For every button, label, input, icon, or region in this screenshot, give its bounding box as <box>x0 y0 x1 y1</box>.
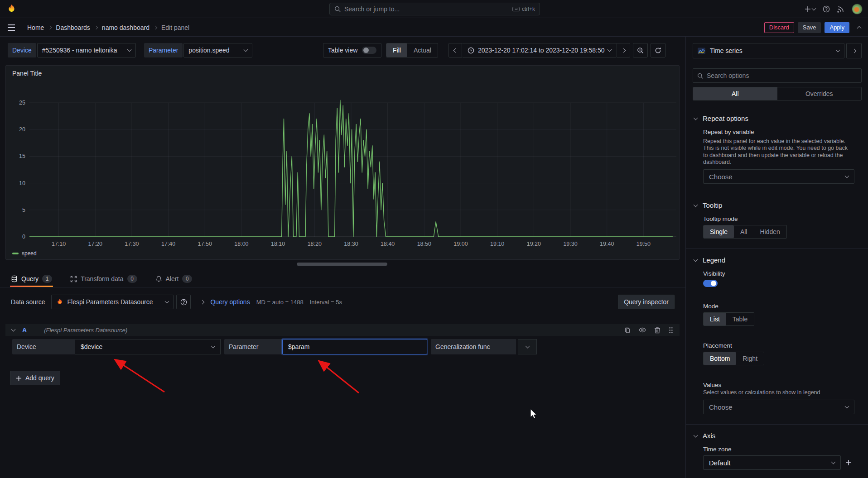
query-row-header[interactable]: A (Flespi Parameters Datasource) <box>5 324 680 336</box>
repeat-description: Repeat this panel for each value in the … <box>703 138 848 166</box>
user-avatar[interactable] <box>852 4 863 14</box>
actual-option[interactable]: Actual <box>407 43 438 57</box>
svg-text:19:20: 19:20 <box>527 241 541 247</box>
device-variable-select[interactable]: #5250936 - namo teltonika <box>37 43 136 57</box>
repeat-variable-select[interactable]: Choose <box>703 169 854 184</box>
svg-text:18:50: 18:50 <box>417 241 431 247</box>
grafana-edit-panel: Search or jump to... ctrl+k <box>0 0 868 478</box>
save-button[interactable]: Save <box>798 22 821 33</box>
apply-button[interactable]: Apply <box>825 22 849 33</box>
parameter-field-select[interactable]: $param <box>282 339 427 354</box>
tooltip-mode-all[interactable]: All <box>734 225 754 238</box>
discard-button[interactable]: Discard <box>764 22 794 33</box>
fill-option[interactable]: Fill <box>386 43 407 57</box>
legend-placement-group: Bottom Right <box>703 352 764 365</box>
legend-visibility-toggle[interactable] <box>703 280 718 287</box>
repeat-by-variable-label: Repeat by variable <box>703 129 859 135</box>
disable-query-eye-icon[interactable] <box>639 327 646 333</box>
search-icon <box>334 6 341 12</box>
generalization-func-select[interactable] <box>518 339 537 354</box>
collapse-query-icon[interactable] <box>11 327 16 332</box>
tab-alert[interactable]: Alert 0 <box>154 271 193 287</box>
expand-viz-options-button[interactable] <box>846 43 862 58</box>
delete-query-trash-icon[interactable] <box>654 327 661 334</box>
section-tooltip-header[interactable]: Tooltip <box>692 200 861 210</box>
svg-text:17:40: 17:40 <box>161 241 175 247</box>
panel-title: Panel Title <box>12 70 42 77</box>
time-shift-back-button[interactable] <box>448 43 462 57</box>
section-axis-header[interactable]: Axis <box>692 430 861 440</box>
variable-parameter: Parameter position.speed <box>144 43 252 57</box>
annotation-arrow-device <box>116 360 164 392</box>
chevron-down-icon <box>127 48 131 52</box>
grafana-logo-icon[interactable] <box>6 4 17 14</box>
parameter-variable-label: Parameter <box>144 43 183 57</box>
timezone-select[interactable]: Default <box>703 455 841 470</box>
svg-text:17:30: 17:30 <box>125 241 139 247</box>
add-timezone-button[interactable] <box>845 459 852 466</box>
new-menu-button[interactable] <box>805 6 815 12</box>
section-repeat-header[interactable]: Repeat options <box>692 113 861 123</box>
parameter-variable-select[interactable]: position.speed <box>183 43 252 57</box>
collapse-options-icon[interactable] <box>857 26 862 30</box>
svg-text:19:30: 19:30 <box>563 241 577 247</box>
shortcut-hint: ctrl+k <box>512 6 535 12</box>
svg-text:18:30: 18:30 <box>344 241 358 247</box>
keyboard-icon <box>512 6 520 12</box>
table-view-toggle[interactable] <box>362 47 376 54</box>
breadcrumb-edit-panel: Edit panel <box>161 24 189 31</box>
tooltip-mode-label: Tooltip mode <box>703 215 859 222</box>
tab-transform-data[interactable]: Transform data 0 <box>69 271 138 287</box>
legend-placement-right[interactable]: Right <box>736 352 764 365</box>
horizontal-scrollbar[interactable] <box>297 263 387 266</box>
global-search-input[interactable]: Search or jump to... ctrl+k <box>329 3 540 15</box>
section-legend-header[interactable]: Legend <box>692 254 861 265</box>
help-icon[interactable] <box>823 5 830 13</box>
tooltip-mode-single[interactable]: Single <box>704 225 734 238</box>
datasource-help-button[interactable] <box>176 295 191 309</box>
time-series-panel[interactable]: Panel Title 17:1017:2017:3017:4017:5018:… <box>5 65 680 260</box>
query-inspector-button[interactable]: Query inspector <box>618 295 675 309</box>
query-row-actions <box>624 327 673 334</box>
timezone-label: Time zone <box>703 446 859 453</box>
drag-handle-icon[interactable] <box>669 327 673 334</box>
options-search-input[interactable] <box>707 72 857 79</box>
svg-text:25: 25 <box>19 100 25 106</box>
chevron-down-icon <box>244 48 248 52</box>
chevron-right-icon <box>94 26 98 29</box>
device-field-select[interactable]: $device <box>75 339 221 354</box>
zoom-out-time-button[interactable] <box>633 43 648 57</box>
svg-text:19:40: 19:40 <box>600 241 614 247</box>
chevron-down-icon <box>831 460 836 464</box>
duplicate-query-icon[interactable] <box>624 327 631 334</box>
query-options-toggle[interactable]: Query options MD = auto = 1488 Interval … <box>201 298 342 306</box>
svg-text:17:20: 17:20 <box>88 241 102 247</box>
legend-placement-bottom[interactable]: Bottom <box>704 352 736 365</box>
legend-mode-table[interactable]: Table <box>726 313 754 325</box>
legend-mode-list[interactable]: List <box>704 313 726 325</box>
pane-size-group: Fill Actual <box>386 43 438 57</box>
legend-values-select[interactable]: Choose <box>703 400 854 414</box>
options-tab-all[interactable]: All <box>693 87 777 100</box>
series-color-dash <box>12 253 19 254</box>
svg-text:18:20: 18:20 <box>308 241 322 247</box>
add-query-button[interactable]: Add query <box>10 371 60 385</box>
refresh-button[interactable] <box>651 43 665 57</box>
visualization-picker[interactable]: Time series <box>693 43 844 58</box>
time-range-picker[interactable]: 2023-12-20 17:02:14 to 2023-12-20 19:58:… <box>462 43 617 57</box>
chevron-down-icon <box>845 404 849 409</box>
breadcrumb-dashboard-name[interactable]: namo dashboard <box>102 24 149 31</box>
tooltip-mode-hidden[interactable]: Hidden <box>753 225 786 238</box>
menu-hamburger-icon[interactable] <box>7 24 15 31</box>
news-rss-icon[interactable] <box>837 5 844 13</box>
breadcrumb-dashboards[interactable]: Dashboards <box>56 24 90 31</box>
time-shift-forward-button[interactable] <box>617 43 630 57</box>
tab-query[interactable]: Query 1 <box>10 271 53 287</box>
chevron-down-icon <box>694 257 698 262</box>
breadcrumb-home[interactable]: Home <box>27 24 44 31</box>
chevron-down-icon <box>836 48 840 53</box>
svg-text:17:50: 17:50 <box>198 241 212 247</box>
datasource-select[interactable]: Flespi Parameters Datasource <box>51 295 174 309</box>
legend-item-speed[interactable]: speed <box>12 250 37 257</box>
options-tab-overrides[interactable]: Overrides <box>777 87 862 100</box>
